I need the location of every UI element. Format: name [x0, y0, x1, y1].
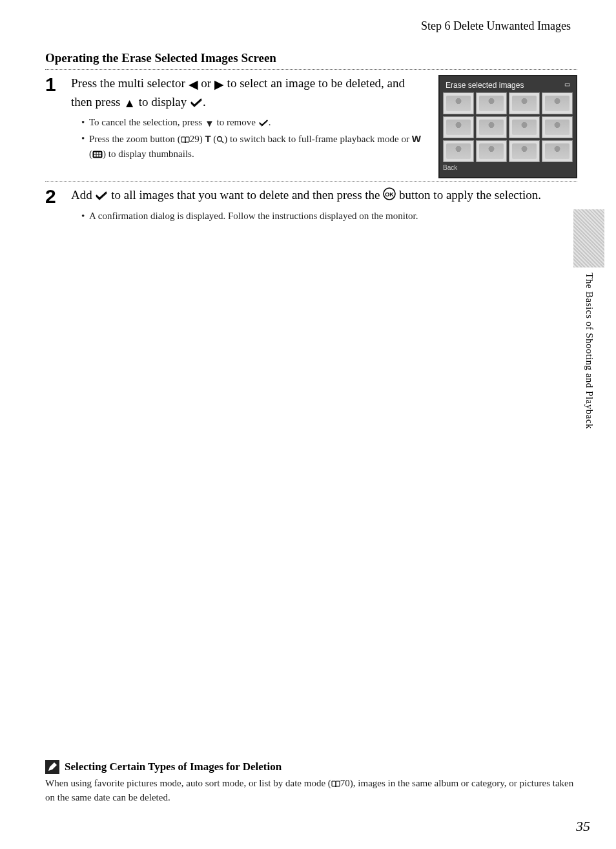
note-title: Selecting Certain Types of Images for De…	[65, 760, 282, 773]
up-triangle-icon: ▲	[123, 95, 136, 112]
step-2-bullets: A confirmation dialog is displayed. Foll…	[71, 209, 577, 223]
left-triangle-icon: ◀	[189, 76, 198, 94]
section-title: Operating the Erase Selected Images Scre…	[45, 51, 577, 65]
magnify-icon	[216, 134, 224, 147]
step-1: 1 Press the multi selector ◀ or ▶ to sel…	[45, 75, 577, 178]
svg-rect-3	[94, 152, 96, 154]
side-tab-indicator	[573, 209, 604, 267]
book-icon	[331, 778, 340, 791]
checkmark-icon	[258, 117, 269, 131]
checkmark-icon	[95, 188, 108, 205]
step-2-bullet-1: A confirmation dialog is displayed. Foll…	[81, 209, 577, 223]
step-1-bullet-2: Press the zoom button (29) T () to switc…	[81, 132, 426, 162]
step-1-bullets: To cancel the selection, press ▼ to remo…	[71, 116, 426, 162]
svg-rect-4	[97, 152, 99, 154]
note-pencil-icon	[45, 760, 59, 774]
page-header: Step 6 Delete Unwanted Images	[45, 19, 577, 33]
svg-rect-7	[97, 155, 99, 157]
battery-icon: ▭	[564, 81, 570, 88]
page-number: 35	[576, 818, 590, 835]
svg-rect-5	[99, 152, 101, 154]
step-2-text: Add to all images that you want to delet…	[71, 187, 577, 205]
svg-rect-2	[93, 151, 103, 158]
screen-footer: Back	[443, 162, 573, 171]
step-1-bullet-1: To cancel the selection, press ▼ to remo…	[81, 116, 426, 131]
checkmark-icon	[190, 95, 203, 112]
camera-screen-illustration: Erase selected images▭ Back	[438, 75, 577, 178]
svg-rect-6	[94, 155, 96, 157]
side-tab-label: The Basics of Shooting and Playback	[584, 273, 595, 429]
divider	[45, 181, 577, 182]
thumbnail-grid	[443, 92, 573, 162]
svg-point-0	[218, 137, 222, 142]
right-triangle-icon: ▶	[214, 76, 224, 94]
down-triangle-icon: ▼	[205, 117, 214, 131]
step-number: 1	[45, 75, 59, 94]
book-icon	[181, 134, 190, 147]
step-2: 2 Add to all images that you want to del…	[45, 187, 577, 224]
svg-text:OK: OK	[385, 191, 395, 198]
divider	[45, 69, 577, 70]
screen-title: Erase selected images▭	[443, 79, 573, 92]
step-number: 2	[45, 187, 59, 206]
side-tab: The Basics of Shooting and Playback	[573, 209, 604, 429]
svg-rect-8	[99, 155, 101, 157]
note-section: Selecting Certain Types of Images for De…	[45, 760, 577, 804]
step-1-text: Press the multi selector ◀ or ▶ to selec…	[71, 75, 426, 112]
thumbnail-icon	[92, 149, 103, 162]
svg-line-1	[221, 141, 223, 143]
ok-button-icon: OK	[383, 187, 396, 205]
note-body: When using favorite pictures mode, auto …	[45, 777, 577, 804]
